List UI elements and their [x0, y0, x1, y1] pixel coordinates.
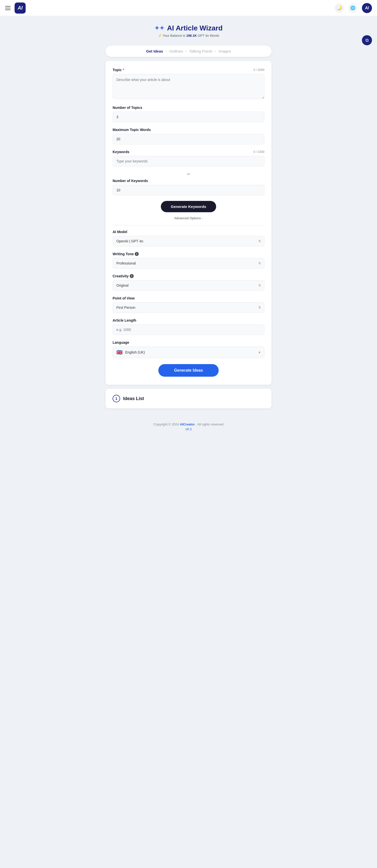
advanced-options-toggle[interactable]: Advanced Options - — [113, 216, 264, 220]
creativity-field-group: Creativity i Original Creative Balanced — [113, 274, 264, 291]
ai-model-label: AI Model — [113, 230, 264, 234]
divider — [113, 225, 264, 225]
writing-tone-select[interactable]: Professional Casual Formal Friendly — [113, 258, 264, 269]
language-flag: 🇬🇧 — [116, 349, 123, 355]
step-arrow-1: › — [166, 49, 167, 53]
language-select-wrapper[interactable]: 🇬🇧 English (UK) English (US) French Germ… — [113, 346, 264, 358]
num-topics-input[interactable] — [113, 112, 264, 122]
topic-field-group: Topic * 0 / 2000 — [113, 68, 264, 100]
num-keywords-field-group: Number of Keywords — [113, 179, 264, 195]
max-topic-words-label: Maximum Topic Words — [113, 128, 264, 132]
chevron-up-icon: ∧ — [258, 350, 261, 354]
language-label: Language — [113, 340, 264, 344]
topic-textarea[interactable] — [113, 74, 264, 99]
ideas-list-header: 1 Ideas List — [113, 395, 264, 402]
keywords-field-group: Keywords 0 / 1000 — [113, 150, 264, 166]
ideas-number-badge: 1 — [113, 395, 120, 402]
layers-button[interactable]: ⧉ — [362, 35, 372, 45]
point-of-view-field-group: Point of View First Person Second Person… — [113, 296, 264, 313]
main-form-card: Topic * 0 / 2000 Number of Topics Maximu… — [105, 61, 272, 385]
generate-ideas-button[interactable]: Generate Ideas — [158, 364, 219, 377]
language-field-group: Language 🇬🇧 English (UK) English (US) Fr… — [113, 340, 264, 358]
creativity-info-icon[interactable]: i — [130, 274, 134, 278]
writing-tone-field-group: Writing Tone i Professional Casual Forma… — [113, 252, 264, 269]
stepper-nav: Get Ideas › Outlines › Talking Points › … — [105, 45, 272, 57]
step-arrow-2: › — [186, 49, 187, 53]
writing-tone-select-wrapper: Professional Casual Formal Friendly — [113, 258, 264, 269]
page-title: ✦✦ AI Article Wizard — [5, 24, 372, 32]
max-topic-words-input[interactable] — [113, 134, 264, 144]
step-outlines[interactable]: Outlines — [169, 49, 183, 53]
footer-version: v6.3 — [5, 427, 372, 431]
topic-label: Topic * 0 / 2000 — [113, 68, 264, 72]
max-topic-words-field-group: Maximum Topic Words — [113, 128, 264, 144]
step-images[interactable]: Images — [218, 49, 231, 53]
or-divider: or — [113, 172, 264, 176]
keywords-input[interactable] — [113, 156, 264, 166]
ideas-list-title: Ideas List — [123, 396, 144, 401]
creativity-select[interactable]: Original Creative Balanced — [113, 280, 264, 291]
point-of-view-label: Point of View — [113, 296, 264, 300]
page-title-area: ✦✦ AI Article Wizard ⚡ Your Balance is 1… — [0, 16, 377, 41]
sparkle-icon: ✦✦ — [154, 25, 164, 32]
creativity-label: Creativity i — [113, 274, 264, 278]
keywords-label: Keywords 0 / 1000 — [113, 150, 264, 154]
point-of-view-select[interactable]: First Person Second Person Third Person — [113, 302, 264, 313]
language-select[interactable]: English (UK) English (US) French German … — [125, 350, 258, 354]
num-keywords-label: Number of Keywords — [113, 179, 264, 183]
ai-model-select[interactable]: OpenAI | GPT 4o OpenAI | GPT 3.5 Anthrop… — [113, 236, 264, 246]
ai-model-field-group: AI Model OpenAI | GPT 4o OpenAI | GPT 3.… — [113, 230, 264, 246]
header-left: AI — [5, 2, 26, 13]
article-length-field-group: Article Length — [113, 318, 264, 335]
generate-keywords-button[interactable]: Generate Keywords — [161, 201, 216, 212]
writing-tone-info-icon[interactable]: i — [135, 252, 139, 256]
num-topics-label: Number of Topics — [113, 105, 264, 110]
article-length-label: Article Length — [113, 318, 264, 322]
ai-model-select-wrapper: OpenAI | GPT 4o OpenAI | GPT 3.5 Anthrop… — [113, 236, 264, 246]
language-button[interactable]: 🌐 — [348, 3, 357, 12]
footer-copyright: Copyright © 2024 AICreator . All rights … — [5, 423, 372, 426]
header-right: 🌙 🌐 AI — [335, 3, 372, 13]
creativity-select-wrapper: Original Creative Balanced — [113, 280, 264, 291]
ideas-list-section: 1 Ideas List — [105, 389, 272, 408]
menu-button[interactable] — [5, 6, 10, 10]
dark-mode-button[interactable]: 🌙 — [335, 3, 344, 12]
writing-tone-label: Writing Tone i — [113, 252, 264, 256]
required-indicator: * — [123, 68, 124, 72]
step-get-ideas[interactable]: Get Ideas — [146, 49, 163, 53]
num-keywords-input[interactable] — [113, 185, 264, 195]
point-of-view-select-wrapper: First Person Second Person Third Person — [113, 302, 264, 313]
step-talking-points[interactable]: Talking Points — [189, 49, 213, 53]
logo: AI — [14, 2, 26, 13]
app-header: AI 🌙 🌐 AI — [0, 0, 377, 16]
balance-text: ⚡ Your Balance is 198.1K GPT 4o Words — [5, 34, 372, 37]
footer: Copyright © 2024 AICreator . All rights … — [0, 412, 377, 438]
num-topics-field-group: Number of Topics — [113, 105, 264, 122]
article-length-input[interactable] — [113, 324, 264, 335]
user-avatar-button[interactable]: AI — [362, 3, 372, 13]
step-arrow-3: › — [215, 49, 216, 53]
